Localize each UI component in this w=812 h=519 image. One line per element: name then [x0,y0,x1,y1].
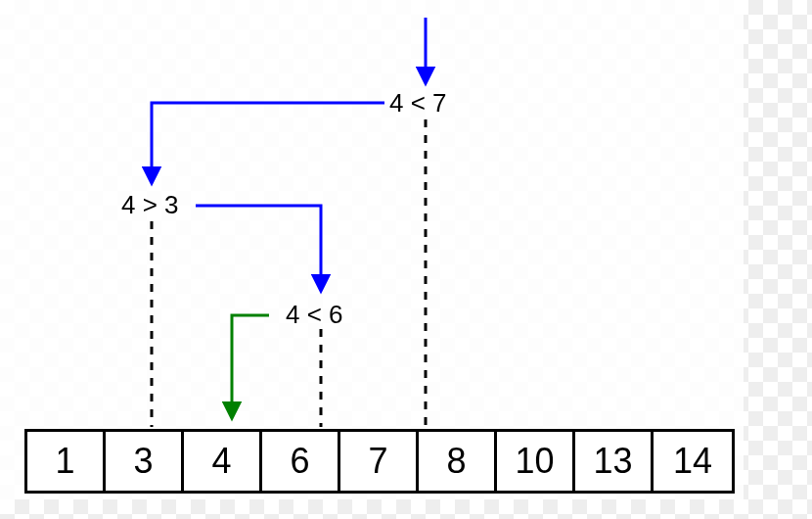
array-cell: 1 [27,432,106,491]
array-cell: 13 [575,432,654,491]
comparison-step2: 4 > 3 [121,190,179,220]
array-cell: 14 [654,432,732,491]
array-cell: 7 [340,432,419,491]
comparison-step1: 4 < 7 [389,88,447,118]
array-cell: 3 [106,432,184,491]
array-cell: 8 [419,432,497,491]
arrow-step1-to-step2 [152,103,384,176]
comparison-step3: 4 < 6 [286,300,343,330]
arrow-step2-to-step3 [196,206,321,284]
array-cell: 10 [497,432,575,491]
array-cell: 6 [262,432,340,491]
sorted-array: 1 3 4 6 7 8 10 13 14 [24,429,735,494]
result-arrow [232,315,269,411]
array-cell: 4 [184,432,262,491]
